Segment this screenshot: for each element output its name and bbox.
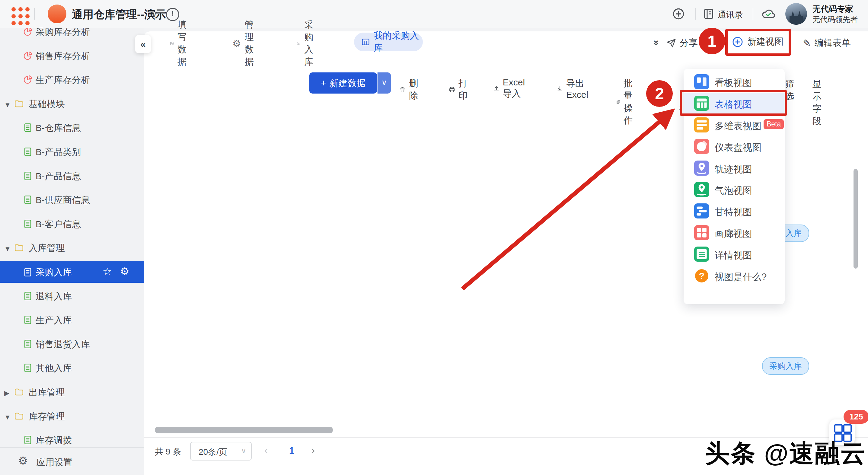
- sidebar-item-label: 退料入库: [36, 290, 72, 303]
- folder-icon: [14, 99, 24, 109]
- view-menu-label: 气泡视图: [715, 184, 752, 197]
- doc-icon: [23, 363, 33, 373]
- view-menu-item-多维表视图[interactable]: 多维表视图Beta: [684, 115, 785, 135]
- sidebar-item-B-供应商信息[interactable]: B-供应商信息: [0, 190, 144, 210]
- view-menu-label: 看板视图: [715, 77, 752, 89]
- sidebar-item-采购库存分析[interactable]: 采购库存分析: [0, 28, 144, 42]
- view-menu-item-详情视图[interactable]: 详情视图: [684, 244, 785, 265]
- view-menu-item-视图是什么?[interactable]: ? 视图是什么?: [684, 265, 785, 286]
- new-data-dropdown-button[interactable]: ∨: [377, 72, 391, 94]
- view-menu-item-轨迹视图[interactable]: 轨迹视图: [684, 158, 785, 179]
- sidebar-item-销售库存分析[interactable]: 销售库存分析: [0, 46, 144, 66]
- toolbar-button-打印[interactable]: 打印: [448, 77, 471, 102]
- contacts-label[interactable]: 通讯录: [718, 9, 743, 21]
- watermark: 头条 @速融云: [600, 437, 866, 470]
- table-horizontal-scrollbar[interactable]: [155, 427, 333, 433]
- sidebar-item-label: 采购库存分析: [36, 28, 90, 38]
- toolbar-button-批量操作[interactable]: 批量操作: [616, 77, 639, 127]
- header-divider: [695, 8, 696, 20]
- star-icon[interactable]: ☆: [103, 265, 112, 277]
- toolbar-button-Excel导入[interactable]: Excel导入: [493, 77, 528, 100]
- app-switcher-chevron-icon[interactable]: ∨: [151, 8, 158, 19]
- tab-填写数据[interactable]: 填写数据: [170, 37, 192, 50]
- sidebar-item-采购入库[interactable]: 采购入库☆ ⚙: [0, 261, 144, 283]
- sidebar-item-label: 销售库存分析: [36, 50, 90, 62]
- gear-icon: ⚙: [232, 39, 241, 48]
- tab-我的采购入库[interactable]: 我的采购入库: [354, 33, 423, 51]
- caret-down-icon[interactable]: ▼: [4, 245, 11, 253]
- share-button[interactable]: 分享: [666, 37, 698, 49]
- sidebar-item-B-客户信息[interactable]: B-客户信息: [0, 214, 144, 234]
- sidebar: 采购库存分析销售库存分析生产库存分析▼基础模块B-仓库信息B-产品类别B-产品信…: [0, 28, 144, 475]
- tab-管理数据[interactable]: ⚙管理数据: [232, 37, 255, 50]
- cloud-sync-icon[interactable]: [761, 7, 776, 21]
- sidebar-item-销售退货入库[interactable]: 销售退货入库: [0, 334, 144, 354]
- sidebar-item-label: 其他入库: [36, 362, 72, 375]
- sidebar-item-生产库存分析[interactable]: 生产库存分析: [0, 70, 144, 90]
- sidebar-item-B-产品类别[interactable]: B-产品类别: [0, 142, 144, 162]
- annotation-step-2: 2: [646, 80, 673, 107]
- sidebar-item-其他入库[interactable]: 其他入库: [0, 358, 144, 378]
- doc-icon: [23, 291, 33, 301]
- tab-采购入库[interactable]: 采购入库: [297, 37, 319, 50]
- sidebar-item-app-settings[interactable]: ⚙ 应用设置: [0, 447, 144, 475]
- tab-label: 我的采购入库: [374, 30, 423, 54]
- doc-icon: [23, 267, 33, 277]
- sidebar-item-出库管理[interactable]: ▶出库管理: [0, 382, 144, 402]
- gear-icon[interactable]: ⚙: [120, 265, 129, 277]
- contacts-icon[interactable]: [703, 8, 715, 20]
- quick-add-icon[interactable]: [672, 7, 685, 21]
- more-views-icon[interactable]: »: [650, 36, 663, 50]
- app-launcher-icon[interactable]: [11, 7, 30, 25]
- sidebar-item-入库管理[interactable]: ▼入库管理: [0, 238, 144, 258]
- rows-view-icon: [694, 117, 709, 132]
- sidebar-collapse-button[interactable]: «: [135, 35, 151, 53]
- view-menu-item-画廊视图[interactable]: 画廊视图: [684, 222, 785, 243]
- app-logo-home-icon[interactable]: [48, 4, 66, 23]
- doc-icon: [23, 171, 33, 181]
- doc-icon: [23, 147, 33, 157]
- sidebar-item-B-仓库信息[interactable]: B-仓库信息: [0, 118, 144, 137]
- table-vertical-scrollbar[interactable]: [854, 169, 858, 268]
- current-page[interactable]: 1: [289, 445, 294, 456]
- sidebar-item-label: B-仓库信息: [36, 122, 81, 134]
- sidebar-item-基础模块[interactable]: ▼基础模块: [0, 94, 144, 114]
- view-menu-item-仪表盘视图[interactable]: 仪表盘视图: [684, 136, 785, 157]
- caret-down-icon[interactable]: ▼: [4, 413, 11, 421]
- edit-form-button[interactable]: ✎ 编辑表单: [803, 37, 851, 49]
- share-icon: [666, 38, 676, 48]
- toolbar-button-显示字段[interactable]: 显示字段: [812, 78, 822, 127]
- plus-icon: +: [321, 77, 327, 88]
- toolbar-button-删除[interactable]: 删除: [399, 77, 421, 102]
- pie-icon: [23, 28, 33, 37]
- tab-label: 填写数据: [178, 19, 192, 68]
- sidebar-item-B-产品信息[interactable]: B-产品信息: [0, 166, 144, 186]
- next-page-button[interactable]: ›: [311, 444, 315, 456]
- caret-down-icon[interactable]: ▼: [4, 101, 11, 109]
- grid-icon: [834, 424, 843, 433]
- pie-icon: [23, 51, 33, 61]
- sidebar-item-库存管理[interactable]: ▼库存管理: [0, 406, 144, 426]
- folder-icon: [14, 411, 24, 421]
- page-size-select[interactable]: 20条/页 ∨: [190, 442, 252, 461]
- new-data-button[interactable]: +新建数据: [309, 72, 377, 94]
- user-avatar[interactable]: [785, 3, 807, 25]
- sidebar-item-生产入库[interactable]: 生产入库: [0, 310, 144, 330]
- trash-icon: [399, 85, 406, 95]
- view-menu-label: 多维表视图: [715, 120, 762, 132]
- prev-page-button[interactable]: ‹: [265, 444, 268, 456]
- caret-right-icon[interactable]: ▶: [4, 389, 9, 397]
- gear-icon: ⚙: [18, 454, 28, 467]
- sidebar-item-label: B-供应商信息: [36, 194, 90, 207]
- gantt-view-icon: [694, 203, 709, 219]
- view-menu-item-看板视图[interactable]: 看板视图: [684, 71, 785, 92]
- view-menu-label: 详情视图: [715, 249, 752, 262]
- view-menu-item-气泡视图[interactable]: 气泡视图: [684, 179, 785, 200]
- view-menu-item-甘特视图[interactable]: 甘特视图: [684, 200, 785, 222]
- toolbar-button-导出Excel[interactable]: 导出Excel: [557, 77, 592, 100]
- doc-icon: [23, 339, 33, 349]
- pie2-view-icon: [694, 139, 709, 154]
- sidebar-item-退料入库[interactable]: 退料入库: [0, 286, 144, 306]
- pie-icon: [23, 74, 33, 85]
- sidebar-item-label: 库存管理: [29, 410, 65, 423]
